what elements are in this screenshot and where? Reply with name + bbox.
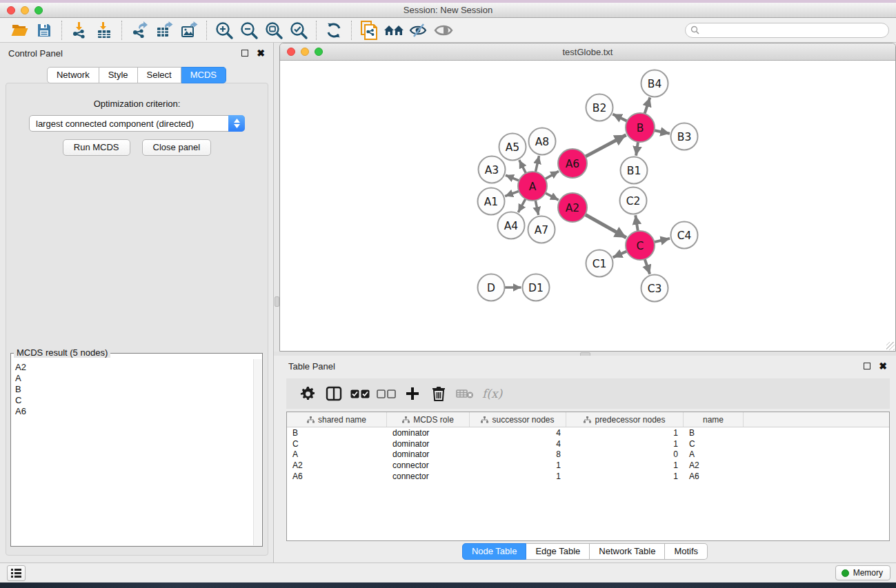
table-cell[interactable]: 1 [566, 460, 684, 470]
table-tab-node-table[interactable]: Node Table [462, 543, 527, 560]
table-row[interactable]: Adominator80A [287, 449, 889, 460]
edge-C-C4[interactable] [653, 239, 670, 243]
vertical-splitter-handle[interactable] [275, 296, 279, 307]
save-session-button[interactable] [32, 19, 57, 41]
table-cell[interactable]: 1 [566, 439, 684, 449]
table-cell[interactable]: B [684, 428, 744, 438]
show-column-button[interactable] [321, 381, 347, 406]
node-C4[interactable]: C4 [671, 222, 698, 249]
edge-A6-B[interactable] [584, 135, 626, 157]
node-D1[interactable]: D1 [523, 274, 550, 301]
column-header-shared-name[interactable]: shared name [287, 412, 387, 427]
open-session-button[interactable] [7, 19, 32, 41]
node-C1[interactable]: C1 [586, 250, 613, 277]
table-cell[interactable]: A6 [287, 472, 387, 481]
table-cell[interactable]: 4 [470, 428, 566, 438]
tab-select[interactable]: Select [138, 67, 181, 83]
table-cell[interactable]: 1 [470, 460, 566, 470]
edge-A-A2[interactable] [544, 192, 559, 200]
import-network-button[interactable] [67, 19, 92, 41]
table-cell[interactable]: A2 [287, 460, 387, 470]
table-cell[interactable]: 1 [566, 472, 684, 481]
mcds-result-item[interactable]: C [15, 395, 253, 406]
close-panel-icon[interactable]: ✖ [257, 48, 265, 58]
mcds-result-item[interactable]: A6 [15, 406, 253, 417]
export-image-button[interactable] [177, 19, 201, 41]
node-A5[interactable]: A5 [499, 134, 526, 161]
table-row[interactable]: A6connector11A6 [287, 471, 889, 482]
node-table[interactable]: shared nameMCDS rolesuccessor nodesprede… [286, 412, 890, 541]
result-scrollbar[interactable] [253, 359, 261, 545]
table-cell[interactable]: A6 [684, 472, 744, 481]
apply-layout-button[interactable] [381, 19, 406, 41]
edge-A-A1[interactable] [505, 191, 520, 196]
table-cell[interactable]: connector [387, 472, 470, 481]
node-B[interactable]: B [626, 113, 655, 142]
close-panel-button[interactable]: Close panel [142, 139, 212, 156]
function-builder-button[interactable]: f(x) [482, 387, 502, 401]
table-tab-motifs[interactable]: Motifs [665, 543, 708, 560]
criterion-dropdown[interactable]: largest connected component (directed) [29, 115, 245, 132]
edge-A-A3[interactable] [506, 175, 520, 181]
edge-A2-C[interactable] [584, 214, 626, 237]
table-cell[interactable]: A [287, 449, 387, 459]
mcds-result-list[interactable]: A2ABCA6 [12, 359, 253, 545]
edge-C-C3[interactable] [644, 258, 650, 274]
zoom-in-button[interactable] [212, 19, 237, 41]
select-all-button[interactable] [347, 381, 373, 406]
table-row[interactable]: Bdominator41B [287, 427, 889, 438]
tab-network[interactable]: Network [47, 67, 99, 83]
close-table-panel-icon[interactable]: ✖ [879, 361, 887, 371]
tab-style[interactable]: Style [99, 67, 138, 83]
edge-C-C2[interactable] [635, 215, 638, 232]
edge-A-A4[interactable] [518, 198, 526, 212]
edge-B-B1[interactable] [636, 141, 638, 156]
edge-A-A6[interactable] [544, 171, 559, 179]
table-cell[interactable]: 1 [566, 428, 684, 438]
node-B4[interactable]: B4 [641, 70, 668, 97]
node-A3[interactable]: A3 [479, 156, 506, 183]
node-A4[interactable]: A4 [498, 212, 525, 239]
table-cell[interactable]: C [684, 439, 744, 449]
edge-A-A7[interactable] [535, 199, 539, 215]
table-tab-edge-table[interactable]: Edge Table [526, 543, 590, 560]
node-A7[interactable]: A7 [528, 216, 555, 243]
memory-button[interactable]: Memory [835, 565, 890, 580]
float-table-panel-icon[interactable] [864, 363, 870, 369]
node-A[interactable]: A [518, 172, 547, 201]
edge-A-A5[interactable] [519, 160, 527, 174]
node-C3[interactable]: C3 [641, 275, 668, 302]
column-header-successor-nodes[interactable]: successor nodes [470, 412, 566, 427]
column-header-name[interactable]: name [684, 412, 744, 427]
edge-B-B3[interactable] [653, 130, 670, 134]
edge-B-B2[interactable] [613, 114, 628, 121]
table-cell[interactable]: 8 [470, 449, 566, 459]
mcds-result-item[interactable]: A2 [15, 362, 253, 373]
deselect-all-button[interactable] [373, 381, 399, 406]
network-canvas[interactable]: AA1A2A3A4A5A6A7A8BB1B2B3B4CC1C2C3C4DD1 [280, 61, 895, 351]
new-network-from-selection-button[interactable] [357, 19, 381, 41]
search-input[interactable] [703, 25, 888, 36]
node-B1[interactable]: B1 [621, 157, 648, 184]
node-D[interactable]: D [478, 274, 505, 301]
delete-table-button[interactable] [452, 381, 478, 406]
table-cell[interactable]: dominator [387, 439, 470, 449]
column-header-predecessor-nodes[interactable]: predecessor nodes [566, 412, 684, 427]
node-C2[interactable]: C2 [620, 187, 647, 214]
import-table-button[interactable] [92, 19, 117, 41]
tab-mcds[interactable]: MCDS [181, 67, 226, 83]
zoom-selected-button[interactable] [286, 19, 311, 41]
table-cell[interactable]: connector [387, 460, 470, 470]
table-cell[interactable]: 0 [566, 449, 684, 459]
table-row[interactable]: A2connector11A2 [287, 460, 889, 471]
search-field[interactable] [685, 23, 889, 38]
table-row[interactable]: Cdominator41C [287, 438, 889, 449]
network-graph[interactable]: AA1A2A3A4A5A6A7A8BB1B2B3B4CC1C2C3C4DD1 [280, 61, 895, 350]
table-cell[interactable]: dominator [387, 449, 470, 459]
edge-A-A8[interactable] [535, 156, 539, 173]
table-cell[interactable]: A2 [684, 460, 744, 470]
node-B2[interactable]: B2 [586, 94, 613, 121]
table-settings-button[interactable] [295, 381, 321, 406]
delete-column-button[interactable] [426, 381, 452, 406]
table-cell[interactable]: 1 [470, 472, 566, 481]
